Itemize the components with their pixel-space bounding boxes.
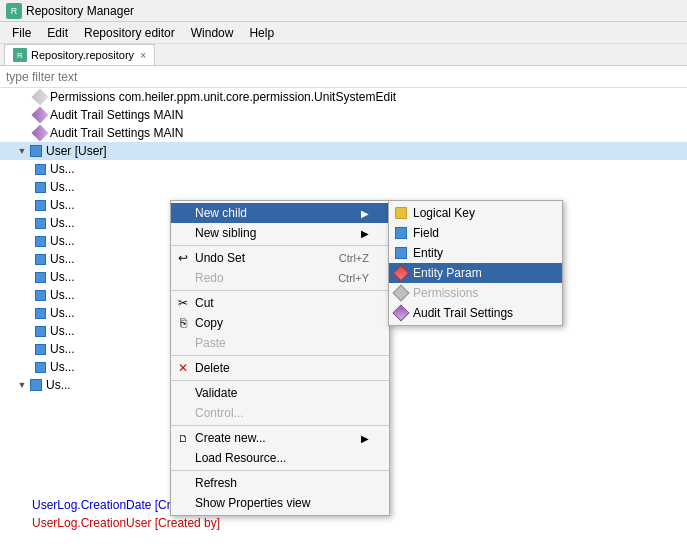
entity-icon xyxy=(32,359,48,375)
app-title: Repository Manager xyxy=(26,4,134,18)
ctx-create-new[interactable]: 🗋 Create new... ▶ xyxy=(171,428,389,448)
entity-icon xyxy=(32,269,48,285)
ctx-control-label: Control... xyxy=(195,406,369,420)
ctx-undo-shortcut: Ctrl+Z xyxy=(339,252,369,264)
ctx-entity-label: Entity xyxy=(413,246,542,260)
ctx-refresh[interactable]: Refresh xyxy=(171,473,389,493)
ctx-redo: Redo Ctrl+Y xyxy=(171,268,389,288)
title-bar: R Repository Manager xyxy=(0,0,687,22)
ctx-sep6 xyxy=(171,470,389,471)
ctx-audit-trail-settings[interactable]: Audit Trail Settings xyxy=(389,303,562,323)
copy-icon: ⎘ xyxy=(175,315,191,331)
ctx-cut-label: Cut xyxy=(195,296,369,310)
filter-bar xyxy=(0,66,687,88)
ctx-validate-label: Validate xyxy=(195,386,369,400)
field-icon xyxy=(393,225,409,241)
entity-label: Us... xyxy=(50,198,75,212)
tree-item-audit2[interactable]: Audit Trail Settings MAIN xyxy=(0,124,687,142)
tree-item-user[interactable]: ▼ User [User] xyxy=(0,142,687,160)
menu-help[interactable]: Help xyxy=(241,24,282,42)
ctx-redo-label: Redo xyxy=(195,271,318,285)
ctx-delete[interactable]: ✕ Delete xyxy=(171,358,389,378)
list-item[interactable]: Us... xyxy=(0,178,687,196)
ctx-field-label: Field xyxy=(413,226,542,240)
entity-label: Us... xyxy=(50,234,75,248)
permissions-label: Permissions com.heiler.ppm.unit.core.per… xyxy=(50,90,396,104)
entity-icon xyxy=(32,161,48,177)
entity-icon xyxy=(32,233,48,249)
ctx-new-sibling[interactable]: New sibling ▶ xyxy=(171,223,389,243)
ctx-logical-key-label: Logical Key xyxy=(413,206,542,220)
ctx-sep4 xyxy=(171,380,389,381)
user-entity-icon xyxy=(28,143,44,159)
permissions-sub-icon xyxy=(393,285,409,301)
ctx-load-resource-label: Load Resource... xyxy=(195,451,369,465)
ctx-new-child-arrow: ▶ xyxy=(361,208,369,219)
editor-tab[interactable]: R Repository.repository × xyxy=(4,44,155,65)
entity-label: Us... xyxy=(46,378,71,392)
entity-label: Us... xyxy=(50,162,75,176)
tab-icon: R xyxy=(13,48,27,62)
ctx-sep2 xyxy=(171,290,389,291)
ctx-cut[interactable]: ✂ Cut xyxy=(171,293,389,313)
ctx-validate[interactable]: Validate xyxy=(171,383,389,403)
permissions-icon xyxy=(32,89,48,105)
delete-icon: ✕ xyxy=(175,360,191,376)
app-icon: R xyxy=(6,3,22,19)
ctx-show-props-label: Show Properties view xyxy=(195,496,369,510)
entity-icon xyxy=(32,251,48,267)
ctx-new-sibling-label: New sibling xyxy=(195,226,357,240)
entity-icon xyxy=(32,323,48,339)
audit1-icon xyxy=(32,107,48,123)
ctx-sep3 xyxy=(171,355,389,356)
tab-close-button[interactable]: × xyxy=(140,50,146,61)
ctx-paste-label: Paste xyxy=(195,336,369,350)
ctx-new-child-label: New child xyxy=(195,206,357,220)
entity-icon xyxy=(32,341,48,357)
ctx-sep5 xyxy=(171,425,389,426)
ctx-new-child[interactable]: New child ▶ xyxy=(171,203,389,223)
entity-icon xyxy=(32,179,48,195)
ctx-copy-label: Copy xyxy=(195,316,369,330)
menu-window[interactable]: Window xyxy=(183,24,242,42)
ctx-field[interactable]: Field xyxy=(389,223,562,243)
ctx-entity-param[interactable]: Entity Param xyxy=(389,263,562,283)
entity-label: Us... xyxy=(50,342,75,356)
menu-repo-editor[interactable]: Repository editor xyxy=(76,24,183,42)
entity-label: Us... xyxy=(50,216,75,230)
audit1-label: Audit Trail Settings MAIN xyxy=(50,108,183,122)
ctx-load-resource[interactable]: Load Resource... xyxy=(171,448,389,468)
ctx-undo-set-label: Undo Set xyxy=(195,251,319,265)
entity-icon xyxy=(32,215,48,231)
list-item[interactable]: Us... xyxy=(0,160,687,178)
ctx-show-props[interactable]: Show Properties view xyxy=(171,493,389,513)
user-expand-arrow[interactable]: ▼ xyxy=(16,145,28,157)
ctx-delete-label: Delete xyxy=(195,361,369,375)
ctx-control: Control... xyxy=(171,403,389,423)
tree-item-permissions[interactable]: Permissions com.heiler.ppm.unit.core.per… xyxy=(0,88,687,106)
ctx-redo-shortcut: Ctrl+Y xyxy=(338,272,369,284)
tree-area: Permissions com.heiler.ppm.unit.core.per… xyxy=(0,88,687,556)
expand-arrow[interactable]: ▼ xyxy=(16,379,28,391)
tab-label: Repository.repository xyxy=(31,49,134,61)
tree-item-creation-user[interactable]: UserLog.CreationUser [Created by] xyxy=(0,514,687,532)
tree-item-audit1[interactable]: Audit Trail Settings MAIN xyxy=(0,106,687,124)
cut-icon: ✂ xyxy=(175,295,191,311)
menu-bar: File Edit Repository editor Window Help xyxy=(0,22,687,44)
ctx-audit-trail-label: Audit Trail Settings xyxy=(413,306,542,320)
ctx-permissions-label: Permissions xyxy=(413,286,542,300)
menu-edit[interactable]: Edit xyxy=(39,24,76,42)
create-icon: 🗋 xyxy=(175,430,191,446)
entity-label: Us... xyxy=(50,306,75,320)
ctx-logical-key[interactable]: Logical Key xyxy=(389,203,562,223)
tab-bar: R Repository.repository × xyxy=(0,44,687,66)
ctx-copy[interactable]: ⎘ Copy xyxy=(171,313,389,333)
ctx-new-sibling-arrow: ▶ xyxy=(361,228,369,239)
ctx-paste: Paste xyxy=(171,333,389,353)
menu-file[interactable]: File xyxy=(4,24,39,42)
ctx-entity[interactable]: Entity xyxy=(389,243,562,263)
entity-label: Us... xyxy=(50,270,75,284)
filter-input[interactable] xyxy=(6,70,206,84)
entity-icon xyxy=(32,305,48,321)
ctx-undo-set[interactable]: ↩ Undo Set Ctrl+Z xyxy=(171,248,389,268)
